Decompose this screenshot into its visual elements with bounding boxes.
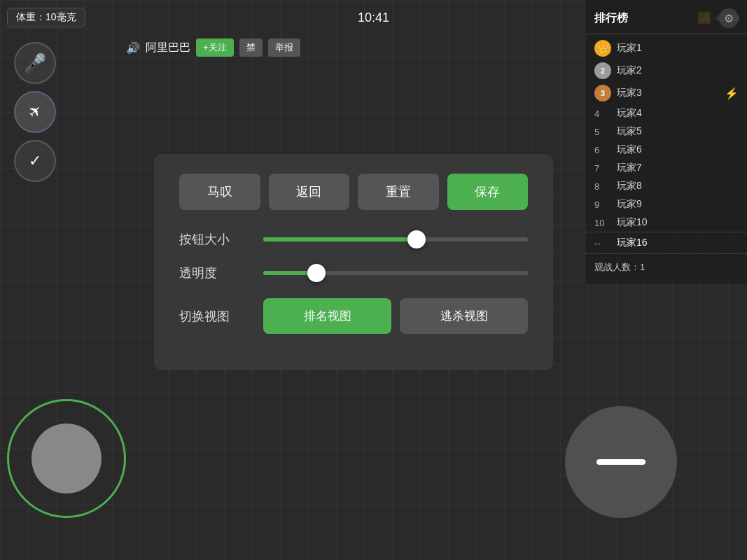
mic-button[interactable]: 🎤 <box>14 42 56 84</box>
username-label: 阿里巴巴 <box>146 41 190 55</box>
follow-button[interactable]: +关注 <box>196 38 234 57</box>
mada-button[interactable]: 马叹 <box>179 174 260 210</box>
view-switch-row: 切换视图 排名视图 逃杀视图 <box>179 298 528 334</box>
player-name-8: 玩家8 <box>614 180 739 192</box>
rank-num-4: 4 <box>594 108 614 119</box>
opacity-row: 透明度 <box>179 265 528 281</box>
plane-icon: ✈ <box>24 101 46 122</box>
player-name-6: 玩家6 <box>614 144 739 156</box>
rank-icon-2: 2 <box>594 62 611 79</box>
view-switch-label: 切换视图 <box>179 308 263 325</box>
opacity-thumb[interactable] <box>307 264 326 282</box>
button-size-row: 按钮大小 <box>179 231 528 248</box>
time-display: 10:41 <box>358 10 389 25</box>
speaker-icon: 🔊 <box>126 41 140 55</box>
rank-icon-3: 3 <box>594 85 611 102</box>
reset-button[interactable]: 重置 <box>358 174 439 210</box>
leaderboard-header: 排行榜 ⚙ <box>586 6 747 34</box>
leaderboard-panel: 排行榜 ⚙ 👑 玩家1 2 玩家2 3 玩家3 ⚡ 4 玩家4 5 玩家5 6 <box>586 0 747 284</box>
joystick[interactable] <box>7 399 126 518</box>
list-item: 6 玩家6 <box>586 141 747 159</box>
my-player-name: 玩家16 <box>614 237 739 249</box>
ban-button[interactable]: 禁 <box>239 38 263 57</box>
list-item: 9 玩家9 <box>586 195 747 214</box>
joystick-thumb[interactable] <box>32 424 102 493</box>
list-item: 7 玩家7 <box>586 159 747 177</box>
view-buttons: 排名视图 逃杀视图 <box>263 298 528 334</box>
rank-num-7: 7 <box>594 163 614 174</box>
player-name-1: 玩家1 <box>614 42 739 55</box>
weight-badge: 体重：10毫克 <box>7 8 85 27</box>
button-size-fill <box>263 237 417 241</box>
leaderboard-settings-button[interactable]: ⚙ <box>719 8 739 28</box>
player-name-9: 玩家9 <box>614 198 739 211</box>
player-name-7: 玩家7 <box>614 162 739 174</box>
player-name-5: 玩家5 <box>614 125 739 138</box>
chevron-down-button[interactable]: ✓ <box>14 140 56 182</box>
rank-num-6: 6 <box>594 145 614 155</box>
list-item: 👑 玩家1 <box>586 37 747 59</box>
settings-modal: 马叹 返回 重置 保存 按钮大小 透明度 切换视图 排名视图 逃杀视图 <box>154 154 553 370</box>
rank-num-5: 5 <box>594 127 614 137</box>
player-name-4: 玩家4 <box>614 107 739 120</box>
escape-view-button[interactable]: 逃杀视图 <box>400 298 528 334</box>
button-size-slider[interactable] <box>263 237 528 241</box>
player-name-3: 玩家3 <box>614 87 725 99</box>
leaderboard-list: 👑 玩家1 2 玩家2 3 玩家3 ⚡ 4 玩家4 5 玩家5 6 玩家6 7 <box>586 34 747 257</box>
rank-num-9: 9 <box>594 200 614 210</box>
leaderboard-title: 排行榜 <box>594 11 628 26</box>
list-item: 10 玩家10 <box>586 214 747 232</box>
lightning-icon: ⚡ <box>725 87 739 100</box>
button-size-label: 按钮大小 <box>179 231 263 248</box>
player-name-10: 玩家10 <box>614 216 739 229</box>
rank-num-8: 8 <box>594 181 614 192</box>
player-name-2: 玩家2 <box>614 64 739 77</box>
rank-num-my: -- <box>594 238 614 248</box>
list-item: 2 玩家2 <box>586 59 747 82</box>
save-button[interactable]: 保存 <box>447 174 529 210</box>
chat-bar: 🔊 阿里巴巴 +关注 禁 举报 <box>126 38 300 57</box>
rank-icon-1: 👑 <box>594 40 611 57</box>
list-item: 5 玩家5 <box>586 122 747 141</box>
report-button[interactable]: 举报 <box>268 38 300 57</box>
list-item: 3 玩家3 ⚡ <box>586 82 747 104</box>
list-item: 8 玩家8 <box>586 177 747 195</box>
opacity-slider[interactable] <box>263 271 528 275</box>
back-button[interactable]: 返回 <box>269 174 350 210</box>
plane-button[interactable]: ✈ <box>14 91 56 133</box>
chevron-down-icon: ✓ <box>29 152 41 170</box>
my-player-item: -- 玩家16 <box>586 232 747 254</box>
rank-view-button[interactable]: 排名视图 <box>263 298 391 334</box>
rank-num-10: 10 <box>594 218 614 228</box>
left-controls: 🎤 ✈ ✓ <box>14 42 56 182</box>
modal-top-buttons: 马叹 返回 重置 保存 <box>179 174 528 210</box>
spectators-count: 观战人数：1 <box>586 257 747 278</box>
opacity-label: 透明度 <box>179 265 263 281</box>
action-button[interactable] <box>565 406 677 518</box>
list-item: 4 玩家4 <box>586 104 747 122</box>
action-icon <box>596 459 645 465</box>
button-size-thumb[interactable] <box>407 230 426 248</box>
